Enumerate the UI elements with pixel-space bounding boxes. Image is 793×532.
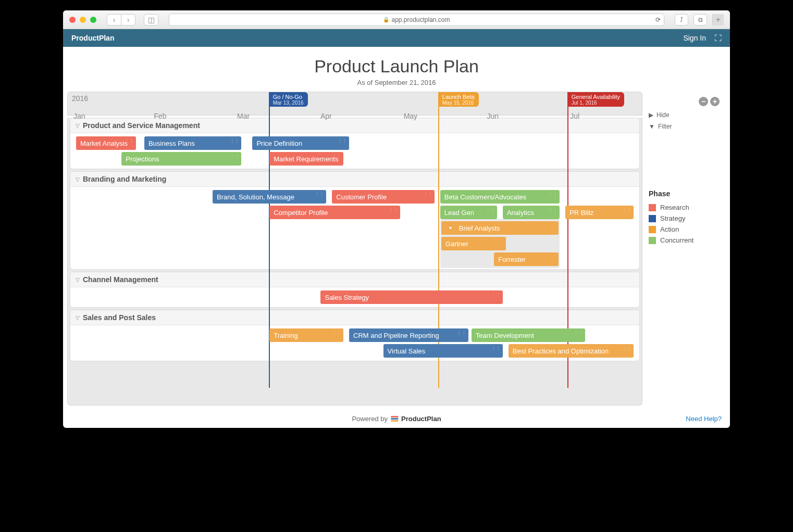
lane-header[interactable]: ▽Branding and Marketing <box>70 172 639 187</box>
app-header: ProductPlan Sign In ⛶ <box>63 29 730 47</box>
milestone-marker[interactable]: General AvailabilityJul 1, 2016 <box>567 92 624 107</box>
lane: ▽Product and Service ManagementMarket An… <box>70 118 640 169</box>
maximize-icon[interactable] <box>90 17 96 23</box>
timeline-bar[interactable]: Brand, Solution, Message⋮⋮ <box>213 190 326 204</box>
lane-header[interactable]: ▽Sales and Post Sales <box>70 310 639 325</box>
tabs-icon[interactable]: ⧉ <box>693 14 707 26</box>
timeline-bar[interactable]: Market Analysis⋮⋮ <box>76 136 136 150</box>
reload-icon[interactable]: ⟳ <box>655 16 661 23</box>
timeline-area: 2016 JanFebMarAprMayJunJul Go / No-GoMar… <box>67 92 642 406</box>
lane-body: Training⋮⋮CRM and Pipeline Reporting⋮⋮Te… <box>70 325 639 361</box>
grip-icon: ⋮⋮ <box>125 138 134 144</box>
chevron-down-icon: ▽ <box>76 277 80 283</box>
minimize-icon[interactable] <box>80 17 86 23</box>
grip-icon: ⋮⋮ <box>622 208 631 213</box>
grip-icon: ⋮⋮ <box>548 192 557 197</box>
filter-button[interactable]: ▼ Filter <box>649 121 720 132</box>
lane-body: Sales Strategy⋮⋮ <box>70 287 639 307</box>
timeline-bar[interactable]: Forrester <box>494 252 559 266</box>
close-icon[interactable] <box>69 17 76 23</box>
timeline-bar[interactable]: Training⋮⋮ <box>269 328 343 342</box>
footer-brand[interactable]: ProductPlan <box>401 415 441 423</box>
month-label: Mar <box>237 112 250 120</box>
titlebar: ‹ › ◫ 🔒 app.productplan.com ⟳ ⤴ ⧉ + <box>63 10 730 29</box>
nav-buttons: ‹ › <box>107 14 135 26</box>
timeline-bar[interactable]: Price Definition⋮⋮ <box>252 136 349 150</box>
legend-item[interactable]: Strategy <box>649 213 720 224</box>
timeline-bar[interactable]: Beta Customers/Advocates⋮⋮ <box>440 190 560 204</box>
timeline-bar[interactable]: Lead Gen⋮⋮ <box>440 206 497 219</box>
timeline-bar[interactable]: Customer Profile⋮⋮ <box>332 190 435 204</box>
lane-row: Market Analysis⋮⋮Business Plans⋮⋮Price D… <box>70 135 639 151</box>
bar-group[interactable]: Brief Analysts▾GartnerForrester <box>440 219 560 268</box>
forward-button[interactable]: › <box>121 14 135 26</box>
month-label: Feb <box>154 112 166 120</box>
productplan-logo-icon <box>391 416 398 422</box>
lanes-container: ▽Product and Service ManagementMarket An… <box>67 118 642 406</box>
zoom-in-button[interactable]: + <box>710 97 720 106</box>
milestone-marker[interactable]: Go / No-GoMar 13, 2016 <box>269 92 308 107</box>
filter-icon: ▼ <box>649 123 655 130</box>
grip-icon: ⋮⋮ <box>332 331 341 336</box>
zoom-out-button[interactable]: − <box>699 97 708 106</box>
browser-window: ‹ › ◫ 🔒 app.productplan.com ⟳ ⤴ ⧉ + Prod… <box>63 10 730 428</box>
lane-row: Virtual Sales⋮⋮Best Practices and Optimi… <box>70 343 639 359</box>
lock-icon: 🔒 <box>383 17 389 22</box>
grip-icon: ⋮⋮ <box>230 138 239 144</box>
legend-item[interactable]: Action <box>649 224 720 235</box>
grip-icon: ⋮⋮ <box>457 331 466 336</box>
legend-item[interactable]: Research <box>649 202 720 213</box>
url-text: app.productplan.com <box>391 16 450 23</box>
legend-swatch <box>649 226 656 233</box>
timeline-bar[interactable]: Brief Analysts <box>441 221 559 235</box>
new-tab-button[interactable]: + <box>712 14 724 26</box>
lane-row: Brand, Solution, Message⋮⋮Customer Profi… <box>70 189 639 205</box>
grip-icon: ⋮⋮ <box>315 192 324 197</box>
back-button[interactable]: ‹ <box>107 14 121 26</box>
right-panel: − + ▶ Hide ▼ Filter Phase ResearchStrate… <box>642 92 726 406</box>
timeline-bar[interactable]: Team Development⋮⋮ <box>472 328 585 342</box>
grip-icon: ⋮⋮ <box>332 154 341 159</box>
timeline-bar[interactable]: Projections⋮⋮ <box>121 152 241 166</box>
traffic-lights <box>69 17 96 23</box>
brand-label: ProductPlan <box>71 34 114 42</box>
chevron-right-icon: ▶ <box>649 111 653 119</box>
grip-icon: ⋮⋮ <box>574 331 583 336</box>
zoom-controls: − + <box>649 97 720 106</box>
timeline-bar[interactable]: Best Practices and Optimization⋮⋮ <box>509 344 634 358</box>
timeline-bar[interactable]: Market Requirements⋮⋮ <box>269 152 343 166</box>
grip-icon: ⋮⋮ <box>389 208 398 213</box>
lane-row: Sales Strategy⋮⋮ <box>70 289 639 305</box>
need-help-link[interactable]: Need Help? <box>686 415 722 423</box>
timeline-bar[interactable]: Sales Strategy⋮⋮ <box>320 290 502 304</box>
chevron-down-icon: ▽ <box>76 123 80 129</box>
lane: ▽Sales and Post SalesTraining⋮⋮CRM and P… <box>70 310 640 361</box>
milestone-marker[interactable]: Launch BetaMay 15, 2016 <box>438 92 479 107</box>
grip-icon: ⋮⋮ <box>423 192 432 197</box>
lane: ▽Branding and MarketingBrand, Solution, … <box>70 171 640 270</box>
timeline-bar[interactable]: Gartner <box>441 237 506 250</box>
lane-header[interactable]: ▽Channel Management <box>70 272 639 287</box>
sidebar-toggle-icon[interactable]: ◫ <box>144 14 158 26</box>
chevron-down-icon[interactable]: ▾ <box>445 223 456 232</box>
timeline-bar[interactable]: PR Blitz⋮⋮ <box>565 206 634 219</box>
grip-icon: ⋮⋮ <box>622 346 631 351</box>
timeline-bar[interactable]: Virtual Sales⋮⋮ <box>383 344 503 358</box>
sign-in-link[interactable]: Sign In <box>683 34 706 42</box>
timeline-bar[interactable]: Competitor Profile⋮⋮ <box>269 206 400 219</box>
expand-icon[interactable]: ⛶ <box>714 34 722 42</box>
lane-header[interactable]: ▽Product and Service Management <box>70 118 639 133</box>
grip-icon: ⋮⋮ <box>491 293 501 298</box>
timeline-bar[interactable]: CRM and Pipeline Reporting⋮⋮ <box>349 328 468 342</box>
legend-swatch <box>649 204 656 211</box>
url-bar[interactable]: 🔒 app.productplan.com ⟳ <box>169 14 664 26</box>
timeline-bar[interactable]: Analytics⋮⋮ <box>503 206 560 219</box>
legend-item[interactable]: Concurrent <box>649 235 720 246</box>
lane-row: Competitor Profile⋮⋮Lead Gen⋮⋮Analytics⋮… <box>70 205 639 220</box>
share-icon[interactable]: ⤴ <box>675 14 688 26</box>
hide-button[interactable]: ▶ Hide <box>649 109 720 121</box>
legend-swatch <box>649 237 656 244</box>
timeline-bar[interactable]: Business Plans⋮⋮ <box>144 136 241 150</box>
legend-swatch <box>649 215 656 222</box>
page-title: Product Launch Plan <box>63 47 730 79</box>
